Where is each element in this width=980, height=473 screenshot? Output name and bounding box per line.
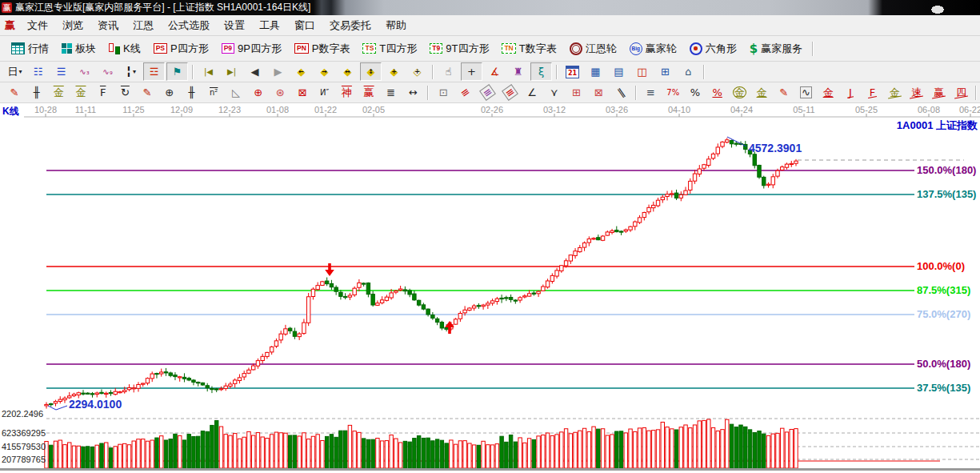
menu-item-help[interactable]: 帮助: [378, 16, 414, 35]
tool-button-hand[interactable]: ☝: [438, 62, 459, 81]
tool-button-gold-ruler-2[interactable]: 金: [70, 83, 91, 102]
volume-bar[interactable]: [482, 441, 485, 468]
volume-bar[interactable]: [739, 425, 742, 468]
volume-bar[interactable]: [684, 425, 687, 468]
candle[interactable]: [426, 309, 430, 315]
tool-button-pattern[interactable]: ☲: [143, 62, 165, 81]
volume-bar[interactable]: [523, 443, 526, 468]
volume-bar[interactable]: [72, 446, 75, 468]
volume-bar[interactable]: [261, 437, 264, 468]
tool-button-target[interactable]: ⊕: [248, 83, 269, 102]
candle[interactable]: [63, 398, 66, 399]
volume-bar[interactable]: [435, 439, 438, 468]
candle[interactable]: [100, 392, 103, 393]
volume-bar[interactable]: [348, 425, 351, 468]
candle[interactable]: [721, 142, 724, 146]
candle[interactable]: [716, 147, 719, 154]
candle[interactable]: [408, 291, 411, 295]
tool-button-step-forward[interactable]: ▶: [267, 62, 289, 81]
candle[interactable]: [302, 323, 306, 334]
volume-bar[interactable]: [638, 428, 641, 468]
tool-button-wave-tool[interactable]: ξ: [530, 62, 552, 81]
candle[interactable]: [592, 239, 595, 239]
menu-item-file[interactable]: 文件: [20, 16, 55, 35]
volume-bar[interactable]: [698, 421, 701, 468]
candle[interactable]: [219, 389, 222, 390]
candle[interactable]: [261, 356, 264, 360]
volume-bar[interactable]: [500, 436, 503, 468]
tool-button-speed-angle[interactable]: 速: [906, 83, 927, 102]
volume-bar[interactable]: [619, 431, 622, 468]
candle[interactable]: [758, 165, 761, 177]
volume-bar[interactable]: [463, 441, 466, 468]
candle[interactable]: [472, 306, 475, 308]
tool-button-calculator[interactable]: ▦: [585, 62, 606, 81]
volume-bar[interactable]: [707, 419, 710, 468]
volume-bar[interactable]: [238, 439, 241, 468]
volume-bar[interactable]: [647, 431, 650, 468]
volume-bar[interactable]: [100, 443, 103, 468]
tool-button-gold-ruler-1[interactable]: 金: [48, 83, 69, 102]
volume-bar[interactable]: [597, 429, 600, 468]
candle[interactable]: [537, 291, 540, 294]
menu-item-tools[interactable]: 工具: [252, 16, 287, 35]
volume-bar[interactable]: [408, 442, 411, 468]
volume-bar[interactable]: [169, 439, 172, 468]
volume-bar[interactable]: [610, 435, 614, 468]
candle[interactable]: [656, 200, 659, 206]
candle[interactable]: [629, 226, 632, 230]
chart-canvas[interactable]: 10-2811-1111-2512-0912-2301-0801-2202-05…: [0, 103, 980, 473]
volume-bar[interactable]: [674, 430, 678, 468]
volume-bar[interactable]: [146, 441, 149, 468]
tool-button-chart-flag[interactable]: ⚑: [166, 62, 188, 81]
candle[interactable]: [311, 289, 314, 296]
candle[interactable]: [206, 386, 209, 388]
tool-button-skip-end[interactable]: ▶|: [221, 62, 242, 81]
candle[interactable]: [251, 366, 254, 370]
candle[interactable]: [114, 391, 117, 395]
volume-bar[interactable]: [274, 432, 278, 468]
volume-bar[interactable]: [114, 447, 117, 468]
candle[interactable]: [376, 303, 379, 306]
toolbar-button-gann-wheel[interactable]: 江恩轮: [563, 38, 623, 59]
tool-button-wave-box[interactable]: ∿: [796, 83, 817, 102]
volume-bar[interactable]: [362, 439, 365, 468]
volume-bar[interactable]: [711, 427, 714, 468]
tool-button-step-back[interactable]: ◀: [244, 62, 266, 81]
candle[interactable]: [582, 243, 586, 248]
candle[interactable]: [638, 218, 641, 222]
volume-bar[interactable]: [105, 443, 108, 468]
volume-bar[interactable]: [358, 432, 361, 468]
candle[interactable]: [689, 181, 692, 190]
volume-bar[interactable]: [256, 433, 259, 468]
menu-item-formula-picker[interactable]: 公式选股: [161, 16, 217, 35]
candle[interactable]: [413, 294, 416, 300]
toolbar-button-9t-square[interactable]: T99T四方形: [423, 38, 495, 59]
volume-bar[interactable]: [63, 445, 66, 468]
tool-button-grid-red[interactable]: ⊞: [566, 83, 587, 102]
candle[interactable]: [422, 305, 425, 309]
candle[interactable]: [385, 297, 388, 300]
candle[interactable]: [321, 282, 324, 286]
volume-bar[interactable]: [142, 439, 145, 468]
volume-bar[interactable]: [224, 435, 227, 468]
tool-button-pencil[interactable]: ✎: [4, 83, 25, 102]
tool-button-box-tool[interactable]: ⊡: [433, 83, 454, 102]
volume-bar[interactable]: [762, 434, 766, 468]
candle[interactable]: [500, 298, 503, 299]
candle[interactable]: [670, 194, 674, 194]
volume-bar[interactable]: [206, 431, 209, 468]
volume-bar[interactable]: [472, 445, 475, 468]
volume-bar[interactable]: [615, 431, 618, 468]
tool-button-ying-ruler[interactable]: 赢: [358, 83, 379, 102]
candle[interactable]: [766, 184, 770, 185]
volume-bar[interactable]: [127, 445, 130, 468]
candle[interactable]: [366, 283, 370, 295]
volume-bar[interactable]: [776, 433, 779, 468]
volume-bar[interactable]: [546, 433, 549, 468]
tool-button-triangle-ruler[interactable]: ◺: [226, 83, 246, 102]
volume-bar[interactable]: [785, 432, 788, 468]
volume-bar[interactable]: [679, 427, 682, 468]
candle[interactable]: [463, 310, 466, 313]
candle[interactable]: [601, 236, 604, 240]
